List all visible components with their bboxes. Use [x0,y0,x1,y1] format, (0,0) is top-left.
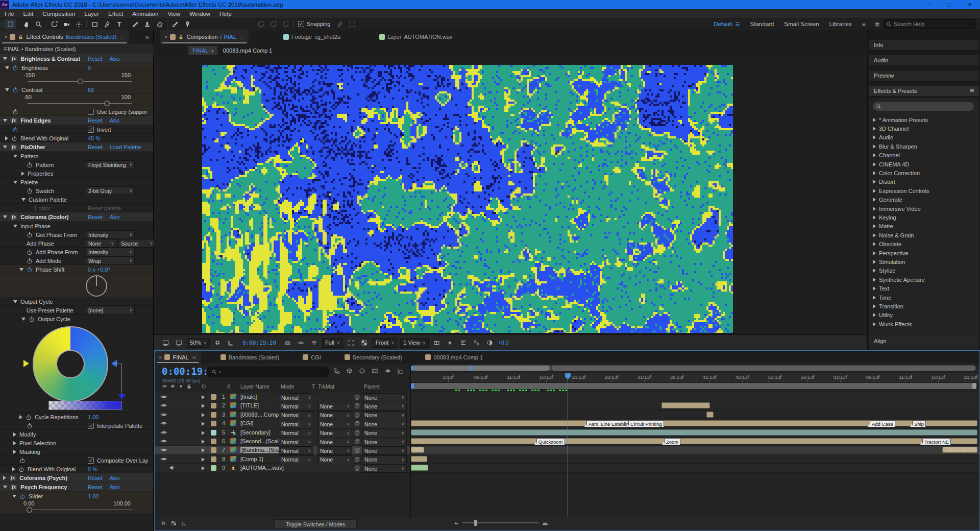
panel-bar-audio[interactable]: Audio [869,55,979,65]
twirl-icon[interactable] [873,286,876,291]
stopwatch-icon[interactable] [27,258,33,264]
parent-dropdown[interactable]: None∨ [362,429,407,438]
timeline-tab-cgi[interactable]: CGI [299,351,325,364]
layer-row-1[interactable]: 1[finale]Normal∨@None∨ [155,393,410,401]
transparency-grid-toggle[interactable] [359,340,370,346]
twirl-icon[interactable] [13,441,16,445]
parent-pickwhip-icon[interactable]: @ [354,465,360,471]
close-button[interactable]: ✕ [960,0,980,9]
layer-row-7[interactable]: 7[Bandma...(Scaled)]Normal∨None∨@None∨ [155,446,410,454]
layer-color-chip[interactable] [211,394,216,400]
composition-image[interactable] [202,65,733,333]
camera-tool[interactable] [60,19,72,29]
parent-column-label[interactable]: Parent [364,383,380,390]
twirl-icon[interactable] [13,432,16,437]
motion-blur-toggle[interactable] [384,368,391,374]
workspace-menu-icon[interactable]: ☰ [736,21,740,27]
stopwatch-icon[interactable] [27,232,33,238]
hamburger-icon[interactable] [969,88,975,93]
layer-track-3[interactable] [411,411,979,419]
stopwatch-icon[interactable] [12,65,18,71]
trkmat-dropdown[interactable]: None∨ [317,438,352,446]
layer-color-chip[interactable] [211,421,216,426]
layer-bar[interactable] [411,438,977,444]
stopwatch-icon[interactable] [12,109,18,115]
preset-category-channel[interactable]: Channel [869,151,979,160]
composition-viewport[interactable] [154,57,867,334]
preset-category-cinema-4d[interactable]: CINEMA 4D [869,160,979,168]
stopwatch-icon[interactable] [12,87,18,93]
layer-track-6[interactable]: QuickzoomZoomTractor! NE [411,437,979,446]
layer-track-5[interactable] [411,428,979,437]
timeline-tab-final[interactable]: ×FINAL [155,351,201,364]
mode-dropdown[interactable]: Normal∨ [279,446,313,455]
twirl-icon[interactable] [873,260,876,264]
twirl-icon[interactable] [13,300,17,303]
preset-category-audio[interactable]: Audio [869,133,979,142]
show-channel-dropdown[interactable] [309,340,319,346]
stopwatch-icon[interactable] [27,249,33,255]
preset-category-keying[interactable]: Keying [869,213,979,222]
track-xy-camera-tool[interactable] [267,19,279,29]
layer-bar[interactable] [411,447,424,453]
snapping-checkbox[interactable]: ✓ [298,21,304,27]
effects-presets-search[interactable] [873,102,974,111]
stopwatch-icon[interactable] [19,457,26,464]
parent-pickwhip-icon[interactable]: @ [354,402,360,408]
effect-link-abo[interactable]: Abo [110,214,120,220]
layer-row-5[interactable]: 5[Secondary]Normal∨None∨@None∨ [155,428,410,437]
param-dropdown[interactable]: Floyd Steinberg∨ [86,160,135,169]
stopwatch-icon[interactable] [27,188,33,194]
show-snapshot-button[interactable] [296,340,306,346]
stopwatch-icon[interactable] [26,414,32,420]
mask-toggle[interactable] [226,340,236,346]
parent-dropdown[interactable]: None∨ [362,402,407,411]
effect-controls-tab[interactable]: ×Effect ControlsBandmates (Scaled) [0,30,129,44]
parent-dropdown[interactable]: None∨ [362,393,407,402]
orbit-tool[interactable] [48,19,60,29]
stopwatch-icon[interactable] [27,423,33,429]
param-value[interactable]: 1.00 [88,414,99,420]
parent-pickwhip-icon[interactable]: @ [354,447,360,453]
layer-track-8[interactable] [411,455,979,464]
twirl-icon[interactable] [13,155,17,158]
twirl-icon[interactable] [19,415,22,419]
always-preview-toggle[interactable] [160,340,170,346]
layer-bar[interactable] [411,465,428,471]
trkmat-dropdown[interactable]: None∨ [317,455,352,464]
twirl-icon[interactable] [3,57,7,60]
param-dropdown[interactable]: [none]∨ [86,306,135,315]
layer-color-chip[interactable] [211,430,216,436]
type-tool[interactable]: T [113,19,125,29]
layer-twirl-icon[interactable] [202,413,205,417]
twirl-icon[interactable] [873,144,876,149]
layer-track-2[interactable] [411,401,979,410]
close-tab-icon[interactable]: × [164,34,167,40]
expand-inout-panes[interactable] [181,520,187,526]
preset-category-simulation[interactable]: Simulation [869,257,979,266]
param-value[interactable]: 0 x +0.0° [88,267,110,273]
toggle-switches-modes-button[interactable]: Toggle Switches / Modes [274,519,357,529]
stopwatch-icon[interactable] [11,135,17,141]
timeline-zoom-track[interactable] [462,522,538,523]
mode-dropdown[interactable]: Normal∨ [279,455,313,464]
eye-toggle[interactable] [161,429,167,436]
param-slider-track[interactable] [28,510,132,510]
draft-3d-toggle[interactable] [346,368,353,374]
effect-link-reset[interactable]: Reset [88,144,103,150]
twirl-icon[interactable] [873,304,876,308]
eye-toggle[interactable] [161,438,167,444]
track-z-camera-tool[interactable] [279,19,291,29]
stopwatch-icon[interactable] [27,162,33,168]
twirl-icon[interactable] [873,322,876,326]
twirl-icon[interactable] [873,180,876,184]
grid-guides-options[interactable] [213,340,223,346]
view-layout-dropdown[interactable]: 1 View∨ [400,338,429,348]
eye-toggle[interactable] [161,456,167,462]
twirl-icon[interactable] [873,233,876,237]
twirl-icon[interactable] [873,189,876,193]
menu-view[interactable]: View [163,11,185,17]
timeline-button[interactable] [458,340,469,346]
close-tab-icon[interactable]: × [159,354,162,360]
wheel-marker-yellow[interactable] [23,360,29,367]
